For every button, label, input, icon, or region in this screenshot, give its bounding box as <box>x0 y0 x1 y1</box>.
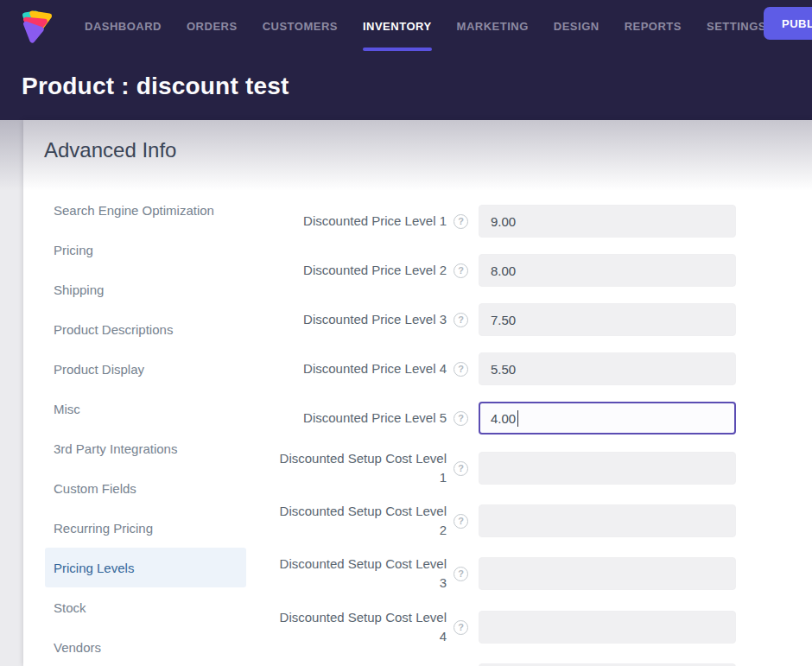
sidebar-item-misc[interactable]: Misc <box>45 389 246 428</box>
field-label: Discounted Setup Cost Level 1 <box>274 449 447 487</box>
discounted-setup-cost-level-4-input[interactable] <box>479 611 736 644</box>
input-value: 5.50 <box>491 362 516 377</box>
input-value: 4.00 <box>491 411 516 426</box>
input-value: 8.00 <box>491 263 516 278</box>
app-window: DASHBOARD ORDERS CUSTOMERS INVENTORY MAR… <box>0 0 812 666</box>
sidebar-item-search-engine-optimization[interactable]: Search Engine Optimization <box>45 190 246 230</box>
help-icon[interactable]: ? <box>454 313 468 327</box>
help-icon[interactable]: ? <box>454 362 468 377</box>
discounted-price-level-2-input[interactable]: 8.00 <box>479 254 736 287</box>
sidebar-item-vendors[interactable]: Vendors <box>45 627 246 666</box>
section-title: Advanced Info <box>44 138 176 162</box>
page-title: Product : discount test <box>22 73 289 100</box>
content-area: Advanced Info Search Engine Optimization… <box>0 120 812 666</box>
discounted-price-level-4-input[interactable]: 5.50 <box>479 352 736 385</box>
field-row-discounted-setup-cost-level-3: Discounted Setup Cost Level 3 ? <box>274 557 736 590</box>
nav-item-design[interactable]: DESIGN <box>554 0 599 52</box>
field-row-discounted-setup-cost-level-4: Discounted Setup Cost Level 4 ? <box>274 611 736 644</box>
discounted-setup-cost-level-2-input[interactable] <box>479 504 736 537</box>
field-label: Discounted Price Level 5 <box>274 409 447 428</box>
sidebar-item-pricing[interactable]: Pricing <box>45 230 246 270</box>
nav-item-customers[interactable]: CUSTOMERS <box>263 0 338 52</box>
sidebar-item-3rd-party-integrations[interactable]: 3rd Party Integrations <box>45 428 246 468</box>
help-icon[interactable]: ? <box>454 461 468 476</box>
discounted-price-level-1-input[interactable]: 9.00 <box>479 205 736 238</box>
field-row-discounted-price-level-5: Discounted Price Level 5 ? 4.00 <box>274 402 736 434</box>
field-label: Discounted Setup Cost Level 4 <box>274 608 447 646</box>
sidebar-item-stock[interactable]: Stock <box>45 587 246 627</box>
sidebar-item-product-descriptions[interactable]: Product Descriptions <box>45 309 246 349</box>
top-header: DASHBOARD ORDERS CUSTOMERS INVENTORY MAR… <box>0 0 812 120</box>
help-icon[interactable]: ? <box>454 411 468 426</box>
discounted-price-level-3-input[interactable]: 7.50 <box>479 303 736 336</box>
sidebar-item-custom-fields[interactable]: Custom Fields <box>45 468 246 508</box>
field-label: Discounted Price Level 4 <box>274 359 447 378</box>
discounted-setup-cost-level-3-input[interactable] <box>479 557 736 590</box>
field-row-discounted-price-level-2: Discounted Price Level 2 ? 8.00 <box>274 254 736 287</box>
discounted-setup-cost-level-1-input[interactable] <box>479 452 736 485</box>
nav-item-inventory[interactable]: INVENTORY <box>363 0 432 52</box>
field-row-discounted-price-level-3: Discounted Price Level 3 ? 7.50 <box>274 303 736 336</box>
field-row-discounted-setup-cost-level-1: Discounted Setup Cost Level 1 ? <box>274 452 736 485</box>
nav-item-dashboard[interactable]: DASHBOARD <box>85 0 162 52</box>
text-cursor <box>517 410 518 427</box>
sidebar-item-shipping[interactable]: Shipping <box>45 270 246 309</box>
help-icon[interactable]: ? <box>454 567 468 581</box>
nav-items: DASHBOARD ORDERS CUSTOMERS INVENTORY MAR… <box>85 0 766 52</box>
input-value: 7.50 <box>491 313 516 327</box>
nav-item-orders[interactable]: ORDERS <box>187 0 238 52</box>
nav-item-settings[interactable]: SETTINGS <box>707 0 766 52</box>
field-label: Discounted Setup Cost Level 2 <box>274 502 447 540</box>
sidebar-item-product-display[interactable]: Product Display <box>45 349 246 389</box>
field-row-discounted-setup-cost-level-2: Discounted Setup Cost Level 2 ? <box>274 504 736 537</box>
nav-item-reports[interactable]: REPORTS <box>625 0 682 52</box>
help-icon[interactable]: ? <box>454 263 468 278</box>
field-row-discounted-price-level-4: Discounted Price Level 4 ? 5.50 <box>274 352 736 385</box>
field-label: Discounted Setup Cost Level 3 <box>274 555 447 593</box>
publish-button[interactable]: PUBL <box>764 7 812 40</box>
help-icon[interactable]: ? <box>454 514 468 529</box>
discounted-price-level-5-input[interactable]: 4.00 <box>479 402 736 434</box>
input-value: 9.00 <box>491 214 516 229</box>
field-label: Discounted Price Level 1 <box>274 212 447 231</box>
main-nav: DASHBOARD ORDERS CUSTOMERS INVENTORY MAR… <box>0 0 812 52</box>
nav-item-marketing[interactable]: MARKETING <box>457 0 529 52</box>
help-icon[interactable]: ? <box>454 620 468 635</box>
field-label: Discounted Price Level 2 <box>274 261 447 280</box>
sidebar-item-pricing-levels[interactable]: Pricing Levels <box>45 548 246 587</box>
field-row-discounted-price-level-1: Discounted Price Level 1 ? 9.00 <box>274 205 736 238</box>
brand-logo-icon[interactable] <box>21 9 53 45</box>
help-icon[interactable]: ? <box>454 214 468 229</box>
field-label: Discounted Price Level 3 <box>274 310 447 329</box>
advanced-info-panel: Advanced Info Search Engine Optimization… <box>23 120 812 666</box>
settings-sidebar: Search Engine Optimization Pricing Shipp… <box>45 190 246 666</box>
sidebar-item-recurring-pricing[interactable]: Recurring Pricing <box>45 508 246 548</box>
